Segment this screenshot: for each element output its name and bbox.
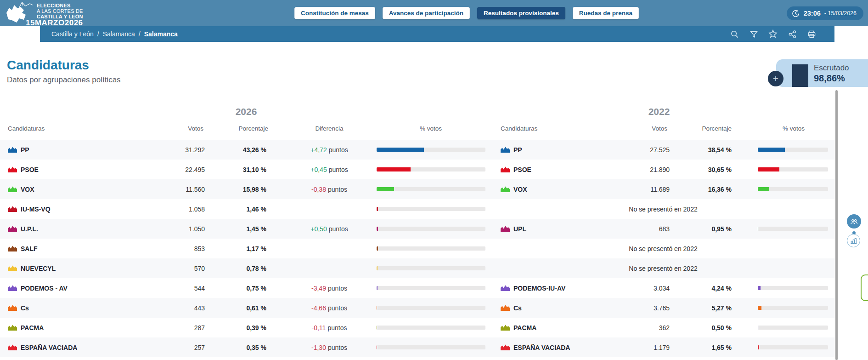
party-icon [8,344,17,350]
difference-value: +0,45 puntos [295,160,363,179]
percentage-value-2026: 31,10 % [220,160,266,179]
percentage-value-2026: 0,35 % [220,337,266,357]
breadcrumb-salamanca[interactable]: Salamanca [103,30,135,38]
difference-value [295,239,363,258]
escrutado-expand-button[interactable]: + [768,71,783,86]
party-name: U.P.L. [21,225,38,233]
votes-value-2026: 1.058 [159,199,205,219]
vote-share-bar-fill [377,345,377,349]
logo-line1: ELECCIONES [37,3,83,8]
table-row: VOX 11.560 15,98 % -0,38 puntos VOX 11.6… [0,179,834,199]
party-name: PSOE [21,166,39,173]
vote-share-bar-2026 [377,266,485,270]
votes-value-2022: 3.765 [624,298,670,318]
nav-ruedas-prensa-button[interactable]: Ruedas de prensa [573,7,639,19]
party-cell-2022: Cs [501,298,522,318]
escrutado-progress-bar [792,64,808,87]
votes-value-2026: 31.292 [159,140,205,160]
party-name: Cs [513,304,522,312]
col-header-share-left: % votos [399,125,463,132]
breadcrumb-bar: Castilla y León / Salamanca / Salamanca [40,26,834,42]
party-icon [8,226,17,232]
difference-value [295,199,363,219]
party-cell-2022: PODEMOS-IU-AV [501,278,565,298]
party-cell-2026: IU-MS-VQ [8,199,51,219]
vote-share-bar-fill [758,326,758,330]
difference-value: -4,66 puntos [295,298,363,318]
side-panel-peek-button[interactable] [861,274,868,301]
party-icon [8,325,17,331]
vote-share-bar-2026 [377,187,485,191]
vote-share-bar-fill [758,227,758,231]
table-row: SALF 853 1,17 % No se presentó en 2022 [0,239,834,258]
party-cell-2022: PACMA [501,318,536,337]
vote-share-bar-2022 [758,227,828,231]
percentage-value-2026: 43,26 % [220,140,266,160]
party-name: PP [21,146,29,154]
difference-unit: puntos [328,344,347,351]
party-icon [501,147,510,153]
candidates-fab-button[interactable] [847,214,861,229]
breadcrumb-castilla-leon[interactable]: Castilla y León [51,30,94,38]
votes-value-2026: 257 [159,337,205,357]
vote-share-bar-fill [758,167,779,171]
vote-share-bar-fill [377,246,378,251]
vote-share-bar-fill [377,167,411,171]
vote-share-bar-2026 [377,306,485,310]
party-name: PODEMOS - AV [21,285,68,292]
year-header-2026: 2026 [200,106,292,117]
not-present-label: No se presentó en 2022 [608,199,718,219]
vote-share-bar-2026 [377,148,485,152]
table-row: PSOE 22.495 31,10 % +0,45 puntos PSOE 21… [0,160,834,179]
party-icon [501,226,510,232]
vote-share-bar-fill [377,326,377,330]
difference-unit: puntos [329,166,348,173]
party-icon [8,206,17,212]
vote-share-bar-fill [377,148,424,152]
vote-share-bar-fill [377,306,377,310]
votes-value-2022: 21.890 [624,160,670,179]
party-icon [501,344,510,350]
chart-view-fab-button[interactable] [847,234,860,247]
table-row: U.P.L. 1.050 1,45 % +0,50 puntos UPL 683… [0,219,834,239]
party-name: ESPAÑA VACIADA [513,344,570,351]
vote-share-bar-fill [377,207,378,211]
filter-icon[interactable] [749,29,758,39]
vote-share-bar-2026 [377,227,485,231]
search-icon[interactable] [730,29,739,39]
table-row: ESPAÑA VACIADA 257 0,35 % -1,30 puntos E… [0,337,834,357]
print-icon[interactable] [807,29,816,39]
last-update-pill[interactable]: 23:06 - 15/03/2026 [787,6,863,20]
nav-avances-participacion-button[interactable]: Avances de participación [383,7,470,19]
table-row: IU-MS-VQ 1.058 1,46 % No se presentó en … [0,199,834,219]
vertical-scrollbar[interactable] [835,90,838,360]
difference-number: +4,72 [310,146,327,154]
party-icon [501,166,510,172]
table-row: PODEMOS - AV 544 0,75 % -3,49 puntos POD… [0,278,834,298]
difference-value [295,258,363,278]
party-name: IU-MS-VQ [21,206,51,213]
percentage-value-2026: 15,98 % [220,179,266,199]
difference-unit: puntos [329,146,348,154]
difference-value: -0,11 puntos [295,318,363,337]
difference-number: -1,30 [311,344,326,351]
breadcrumb-current: Salamanca [144,30,178,38]
breadcrumb-separator: / [97,30,99,38]
refresh-clock-icon [791,9,800,18]
vote-share-bar-fill [377,187,394,191]
difference-unit: puntos [328,186,347,193]
col-header-candidaturas-right: Candidaturas [501,125,537,132]
vote-share-bar-2022 [758,167,828,171]
table-row: NUEVECYL 570 0,78 % No se presentó en 20… [0,258,834,278]
table-row: Cs 443 0,61 % -4,66 puntos Cs 3.765 5,27… [0,298,834,318]
party-name: ESPAÑA VACIADA [21,344,77,351]
escrutado-label: Escrutado [814,63,849,73]
share-icon[interactable] [788,29,797,39]
logo-text: ELECCIONES A LAS CORTES DE CASTILLA Y LE… [37,3,83,19]
favorite-star-icon[interactable] [768,29,778,39]
nav-constitucion-mesas-button[interactable]: Constitución de mesas [294,7,375,19]
nav-resultados-provisionales-button[interactable]: Resultados provisionales [477,7,565,19]
party-cell-2026: SALF [8,239,38,258]
table-row: PACMA 287 0,39 % -0,11 puntos PACMA 362 … [0,318,834,337]
vote-share-bar-fill [377,286,378,290]
